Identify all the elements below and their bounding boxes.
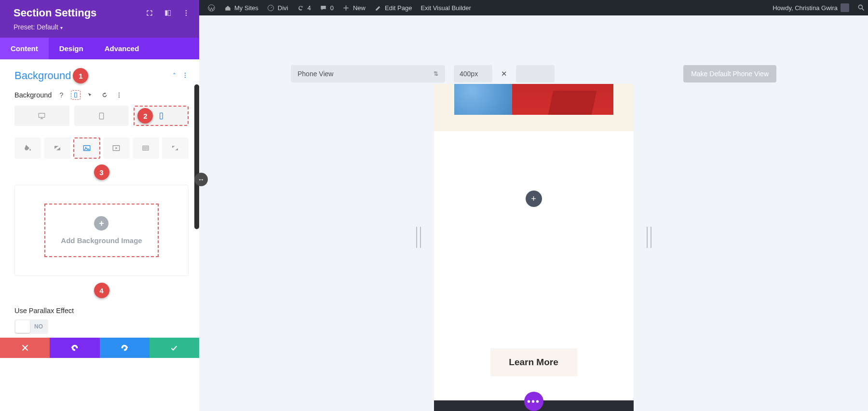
bg-color-tab[interactable] xyxy=(14,137,41,159)
page-settings-fab[interactable]: ••• xyxy=(524,392,543,411)
search-icon[interactable] xyxy=(857,4,865,12)
responsive-icon[interactable] xyxy=(71,90,81,100)
svg-point-14 xyxy=(119,96,120,97)
viewport-bar: Phone View ⇅ 400px ✕ Make Default Phone … xyxy=(199,65,868,82)
make-default-view-button[interactable]: Make Default Phone View xyxy=(683,65,776,82)
help-icon[interactable]: ? xyxy=(56,90,66,100)
annotation-marker-3: 3 xyxy=(94,164,109,180)
house-icon xyxy=(224,4,231,12)
preview-hero-image xyxy=(454,84,613,115)
bg-mask-tab[interactable] xyxy=(162,137,189,159)
svg-rect-15 xyxy=(39,113,45,117)
panel-tabs: Content Design Advanced xyxy=(0,38,199,59)
snap-icon[interactable] xyxy=(163,9,172,17)
pencil-icon xyxy=(374,4,382,12)
my-sites[interactable]: My Sites xyxy=(219,0,263,15)
parallax-label: Use Parallax Effect xyxy=(14,307,189,315)
save-button[interactable] xyxy=(149,338,199,358)
frame-resize-right[interactable] xyxy=(647,227,648,248)
section-settings-panel: Section Settings Preset: Default▾ Conten… xyxy=(0,0,199,358)
hover-icon[interactable] xyxy=(85,90,95,100)
reset-icon[interactable] xyxy=(100,90,109,100)
redo-button[interactable] xyxy=(100,338,149,358)
comments[interactable]: 0 xyxy=(315,0,338,15)
select-arrows-icon: ⇅ xyxy=(434,70,438,77)
wordpress-icon xyxy=(207,4,215,12)
panel-scrollbar[interactable] xyxy=(194,84,199,229)
edit-page[interactable]: Edit Page xyxy=(370,0,416,15)
svg-point-6 xyxy=(186,13,187,14)
howdy-label: Howdy, Christina Gwira xyxy=(773,4,838,12)
bg-pattern-tab[interactable] xyxy=(133,137,159,159)
make-default-label: Make Default Phone View xyxy=(691,70,769,78)
wp-logo[interactable] xyxy=(203,0,219,15)
viewport-mode-select[interactable]: Phone View ⇅ xyxy=(291,65,445,82)
annotation-marker-1: 1 xyxy=(73,68,88,83)
background-type-tabs xyxy=(14,137,189,159)
section-heading[interactable]: Background 1 xyxy=(14,68,88,83)
svg-rect-3 xyxy=(165,10,167,15)
bg-video-tab[interactable] xyxy=(103,137,130,159)
frame-resize-left[interactable] xyxy=(416,227,417,248)
svg-rect-11 xyxy=(75,93,77,97)
comments-count: 0 xyxy=(330,4,334,12)
annotation-marker-4: 4 xyxy=(94,283,109,298)
frame-resize-left[interactable] xyxy=(420,227,421,248)
collapse-icon[interactable]: ˄ xyxy=(173,72,176,80)
bg-gradient-tab[interactable] xyxy=(44,137,70,159)
svg-point-9 xyxy=(185,74,186,75)
section-more-icon[interactable] xyxy=(182,72,189,80)
undo-button[interactable] xyxy=(50,338,99,358)
svg-rect-17 xyxy=(160,113,163,119)
refresh-icon xyxy=(297,4,305,12)
wp-admin-bar: My Sites Divi 4 0 New Edit Page Exit Vis… xyxy=(199,0,868,15)
site-name[interactable]: Divi xyxy=(263,0,293,15)
cancel-button[interactable] xyxy=(0,338,50,358)
learn-more-button[interactable]: Learn More xyxy=(490,348,577,376)
gauge-icon xyxy=(267,4,275,12)
expand-icon[interactable] xyxy=(145,9,154,17)
svg-point-10 xyxy=(185,77,186,78)
parallax-toggle[interactable]: NO xyxy=(14,319,48,334)
toggle-value: NO xyxy=(30,323,47,330)
device-tabs: 2 xyxy=(14,106,189,126)
viewport-height-input[interactable] xyxy=(516,65,555,82)
dropzone-label: Add Background Image xyxy=(61,236,142,245)
panel-resize-handle[interactable]: ↔ xyxy=(194,173,208,186)
edit-page-label: Edit Page xyxy=(385,4,412,12)
updates[interactable]: 4 xyxy=(293,0,315,15)
preset-selector[interactable]: Preset: Default▾ xyxy=(0,21,199,38)
toggle-knob xyxy=(15,320,30,333)
svg-rect-16 xyxy=(99,113,104,119)
svg-point-2 xyxy=(858,5,862,9)
section-heading-label: Background xyxy=(14,69,71,82)
more-icon[interactable] xyxy=(182,9,190,17)
background-label-row: Background ? xyxy=(14,90,189,100)
annotation-marker-2: 2 xyxy=(137,108,153,123)
svg-rect-4 xyxy=(168,10,171,15)
plus-icon xyxy=(342,4,350,12)
device-desktop[interactable] xyxy=(14,106,69,126)
panel-footer xyxy=(0,338,199,358)
new-content[interactable]: New xyxy=(338,0,370,15)
background-image-dropzone[interactable]: + Add Background Image xyxy=(14,185,189,276)
frame-resize-right[interactable] xyxy=(651,227,651,248)
add-section-button[interactable]: + xyxy=(526,191,542,207)
exit-visual-builder[interactable]: Exit Visual Builder xyxy=(416,0,475,15)
label-more-icon[interactable] xyxy=(114,90,124,100)
device-tablet[interactable] xyxy=(74,106,129,126)
bg-image-tab[interactable] xyxy=(73,137,100,159)
device-phone[interactable]: 2 xyxy=(134,106,189,126)
tab-content[interactable]: Content xyxy=(0,38,49,59)
learn-more-label: Learn More xyxy=(509,357,558,368)
dimension-x: ✕ xyxy=(501,69,507,78)
panel-header: Section Settings Preset: Default▾ Conten… xyxy=(0,0,199,59)
viewport-width-input[interactable]: 400px xyxy=(454,65,492,82)
tab-design[interactable]: Design xyxy=(49,38,94,59)
site-name-label: Divi xyxy=(278,4,288,12)
svg-point-13 xyxy=(119,95,120,96)
tab-advanced[interactable]: Advanced xyxy=(94,38,150,59)
preview-canvas: Phone View ⇅ 400px ✕ Make Default Phone … xyxy=(199,15,868,411)
avatar xyxy=(841,3,849,12)
howdy-user[interactable]: Howdy, Christina Gwira xyxy=(768,0,854,15)
